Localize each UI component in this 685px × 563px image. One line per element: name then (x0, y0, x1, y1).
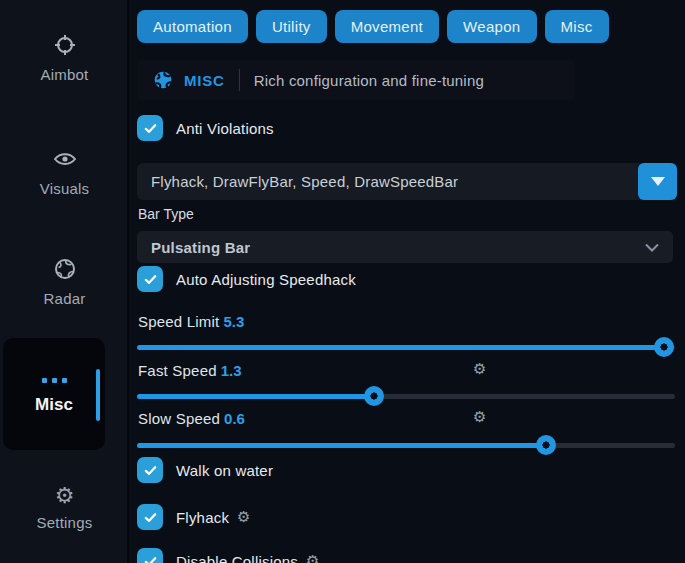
dropdown-open-button[interactable] (638, 163, 677, 200)
disable-collisions-checkbox[interactable] (137, 548, 163, 563)
fast-speed-label: Fast Speed1.3 (138, 362, 242, 379)
sidebar-item-label: Visuals (0, 180, 129, 197)
walk-on-water-checkbox[interactable] (137, 457, 163, 483)
fast-speed-value: 1.3 (221, 362, 242, 379)
tab-misc[interactable]: Misc (545, 10, 609, 43)
section-title: MISC (184, 72, 225, 89)
globe-icon (53, 257, 77, 281)
section-header: MISC Rich configuration and fine-tuning (137, 60, 575, 100)
walk-on-water-row: Walk on water (137, 457, 273, 483)
fast-speed-gear-icon[interactable]: ⚙ (473, 362, 486, 377)
slider-fill (137, 345, 664, 350)
anti-violations-checkbox[interactable] (137, 115, 163, 141)
auto-adjusting-label: Auto Adjusting Speedhack (176, 271, 356, 288)
sidebar-item-visuals[interactable]: Visuals (0, 147, 129, 197)
disable-collisions-label: Disable Collisions ⚙ (176, 553, 320, 563)
chevron-down-icon (645, 243, 659, 252)
speed-limit-slider[interactable] (137, 337, 675, 357)
section-subtitle: Rich configuration and fine-tuning (254, 72, 484, 89)
flyhack-label: Flyhack ⚙ (176, 509, 251, 526)
speed-limit-value: 5.3 (223, 313, 244, 330)
tab-weapon[interactable]: Weapon (447, 10, 536, 43)
anti-violations-row: Anti Violations (137, 115, 274, 141)
category-tabs: Automation Utility Movement Weapon Misc (137, 10, 609, 43)
slider-fill (137, 443, 546, 448)
sidebar-item-label: Misc (3, 395, 105, 415)
sidebar-item-settings[interactable]: ⚙ Settings (0, 485, 129, 531)
tab-automation[interactable]: Automation (137, 10, 248, 43)
flyhack-row: Flyhack ⚙ (137, 504, 251, 530)
disable-collisions-gear-icon[interactable]: ⚙ (306, 554, 320, 563)
main-content: Automation Utility Movement Weapon Misc … (137, 0, 685, 563)
ellipsis-icon (3, 378, 105, 383)
eye-icon (53, 147, 77, 171)
triangle-down-icon (651, 177, 665, 186)
slider-thumb[interactable] (536, 435, 556, 455)
flyhack-gear-icon[interactable]: ⚙ (237, 510, 251, 525)
flyhack-checkbox[interactable] (137, 504, 163, 530)
sidebar-item-label: Settings (0, 514, 129, 531)
speed-limit-label: Speed Limit5.3 (138, 313, 244, 330)
sidebar-item-aimbot[interactable]: Aimbot (0, 33, 129, 83)
active-indicator (96, 369, 100, 421)
globe-icon (153, 70, 173, 90)
bar-type-value: Pulsating Bar (151, 239, 250, 256)
bar-type-label: Bar Type (138, 206, 194, 222)
sidebar: Aimbot Visuals Radar Misc ⚙ Settings (0, 0, 129, 563)
sidebar-item-misc[interactable]: Misc (3, 338, 105, 450)
sidebar-item-label: Aimbot (0, 66, 129, 83)
disable-collisions-row: Disable Collisions ⚙ (137, 548, 320, 563)
slider-thumb[interactable] (654, 337, 674, 357)
header-divider (239, 69, 240, 91)
anti-violations-label: Anti Violations (176, 120, 274, 137)
tab-utility[interactable]: Utility (256, 10, 327, 43)
slow-speed-gear-icon[interactable]: ⚙ (473, 410, 486, 425)
slider-thumb[interactable] (364, 386, 384, 406)
sidebar-item-label: Radar (0, 290, 129, 307)
sidebar-item-radar[interactable]: Radar (0, 257, 129, 307)
bar-flags-multiselect[interactable]: Flyhack, DrawFlyBar, Speed, DrawSpeedBar (137, 163, 677, 200)
slow-speed-value: 0.6 (224, 410, 245, 427)
slow-speed-label: Slow Speed0.6 (138, 410, 245, 427)
crosshair-icon (53, 33, 77, 57)
gear-icon: ⚙ (55, 485, 75, 509)
slow-speed-slider[interactable] (137, 435, 675, 455)
bar-type-select[interactable]: Pulsating Bar (137, 231, 673, 263)
auto-adjusting-row: Auto Adjusting Speedhack (137, 266, 356, 292)
bar-flags-value: Flyhack, DrawFlyBar, Speed, DrawSpeedBar (137, 173, 638, 190)
walk-on-water-label: Walk on water (176, 462, 273, 479)
auto-adjusting-checkbox[interactable] (137, 266, 163, 292)
slider-fill (137, 394, 374, 399)
tab-movement[interactable]: Movement (335, 10, 439, 43)
fast-speed-slider[interactable] (137, 386, 675, 406)
